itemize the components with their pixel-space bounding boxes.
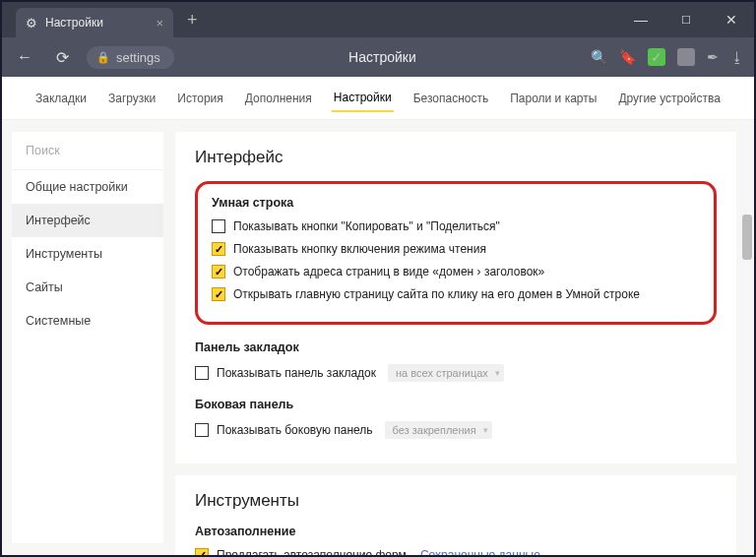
main-area: Поиск Общие настройки Интерфейс Инструме… xyxy=(2,120,754,555)
checkbox[interactable] xyxy=(212,219,225,233)
side-panel-title: Боковая панель xyxy=(195,398,717,411)
settings-content: Интерфейс Умная строка Показывать кнопки… xyxy=(175,132,736,555)
sidebar-item-tools[interactable]: Инструменты xyxy=(12,237,163,271)
settings-top-nav: Закладки Загрузки История Дополнения Нас… xyxy=(2,77,754,120)
sidebar-item-interface[interactable]: Интерфейс xyxy=(12,204,163,237)
smartline-title: Умная строка xyxy=(212,196,700,210)
window-titlebar: ⚙ Настройки × + — ☐ ✕ xyxy=(2,2,754,37)
gear-icon: ⚙ xyxy=(26,16,37,31)
topnav-other-devices[interactable]: Другие устройства xyxy=(616,86,723,111)
sidebar-search[interactable]: Поиск xyxy=(12,132,163,170)
sidebar-item-general[interactable]: Общие настройки xyxy=(12,170,163,204)
window-controls: — ☐ ✕ xyxy=(618,2,754,37)
checkbox[interactable] xyxy=(195,366,209,380)
topnav-downloads[interactable]: Загрузки xyxy=(106,86,158,111)
new-tab-button[interactable]: + xyxy=(187,10,198,31)
checkbox[interactable] xyxy=(212,265,225,278)
checkbox[interactable] xyxy=(195,423,209,437)
checkbox[interactable] xyxy=(195,548,209,555)
url-text: settings xyxy=(116,50,160,65)
topnav-addons[interactable]: Дополнения xyxy=(243,86,314,111)
option-label: Отображать адреса страниц в виде «домен … xyxy=(233,265,544,278)
saved-data-link[interactable]: Сохраненные данные xyxy=(420,548,540,555)
option-label: Показывать панель закладок xyxy=(217,366,376,380)
topnav-security[interactable]: Безопасность xyxy=(411,86,491,111)
protect-shield-icon[interactable]: ✓ xyxy=(648,48,665,66)
checkbox[interactable] xyxy=(212,242,225,256)
sidebar-item-system[interactable]: Системные xyxy=(12,304,163,338)
maximize-button[interactable]: ☐ xyxy=(663,2,709,37)
bookmark-icon[interactable]: 🔖 xyxy=(619,49,636,65)
minimize-button[interactable]: — xyxy=(618,2,663,37)
side-panel-chip[interactable]: без закрепления xyxy=(385,421,492,439)
option-label: Показывать кнопку включения режима чтени… xyxy=(233,242,486,256)
option-label: Открывать главную страницу сайта по клик… xyxy=(233,287,640,301)
tab-close-icon[interactable]: × xyxy=(156,16,163,31)
smartline-option-0: Показывать кнопки "Копировать" и "Подели… xyxy=(212,219,700,233)
tab-title: Настройки xyxy=(45,16,103,30)
url-field[interactable]: 🔒 settings xyxy=(87,46,174,69)
option-label: Показывать кнопки "Копировать" и "Подели… xyxy=(233,219,500,233)
bookmarks-panel-chip[interactable]: на всех страницах xyxy=(388,364,504,382)
downloads-icon[interactable]: ⭳ xyxy=(730,49,744,65)
smartline-option-1: Показывать кнопку включения режима чтени… xyxy=(212,242,700,256)
smartline-option-3: Открывать главную страницу сайта по клик… xyxy=(212,287,700,301)
toolbar-icons: 🔍 🔖 ✓ ✒ ⭳ xyxy=(591,48,744,66)
close-window-button[interactable]: ✕ xyxy=(709,2,754,37)
reload-button[interactable]: ⟳ xyxy=(49,44,75,70)
topnav-passwords[interactable]: Пароли и карты xyxy=(508,86,598,111)
interface-heading: Интерфейс xyxy=(195,148,717,167)
sidebar-item-sites[interactable]: Сайты xyxy=(12,271,163,304)
browser-tab[interactable]: ⚙ Настройки × xyxy=(16,8,173,37)
bookmarks-panel-option: Показывать панель закладок на всех стран… xyxy=(195,364,717,382)
checkbox[interactable] xyxy=(212,287,225,301)
page-title: Настройки xyxy=(186,49,579,65)
side-panel-option: Показывать боковую панель без закреплени… xyxy=(195,421,717,439)
feather-icon[interactable]: ✒ xyxy=(707,49,719,65)
topnav-settings[interactable]: Настройки xyxy=(332,85,394,112)
tools-heading: Инструменты xyxy=(195,491,717,511)
smartline-highlight: Умная строка Показывать кнопки "Копирова… xyxy=(195,181,717,325)
option-label: Предлагать автозаполнение форм xyxy=(217,548,407,555)
autofill-option: Предлагать автозаполнение форм Сохраненн… xyxy=(195,548,717,555)
profile-icon[interactable] xyxy=(677,48,695,66)
topnav-bookmarks[interactable]: Закладки xyxy=(33,86,89,111)
tools-card: Инструменты Автозаполнение Предлагать ав… xyxy=(175,475,736,555)
bookmarks-panel-title: Панель закладок xyxy=(195,340,717,354)
back-button[interactable]: ← xyxy=(12,44,37,70)
interface-card: Интерфейс Умная строка Показывать кнопки… xyxy=(175,132,736,464)
settings-sidebar: Поиск Общие настройки Интерфейс Инструме… xyxy=(12,132,163,543)
search-icon[interactable]: 🔍 xyxy=(591,49,607,65)
scrollbar-thumb[interactable] xyxy=(742,215,752,260)
option-label: Показывать боковую панель xyxy=(217,423,373,437)
lock-icon: 🔒 xyxy=(96,51,110,64)
topnav-history[interactable]: История xyxy=(175,86,225,111)
autofill-title: Автозаполнение xyxy=(195,525,717,538)
smartline-option-2: Отображать адреса страниц в виде «домен … xyxy=(212,265,700,278)
address-bar: ← ⟳ 🔒 settings Настройки 🔍 🔖 ✓ ✒ ⭳ xyxy=(2,37,754,77)
